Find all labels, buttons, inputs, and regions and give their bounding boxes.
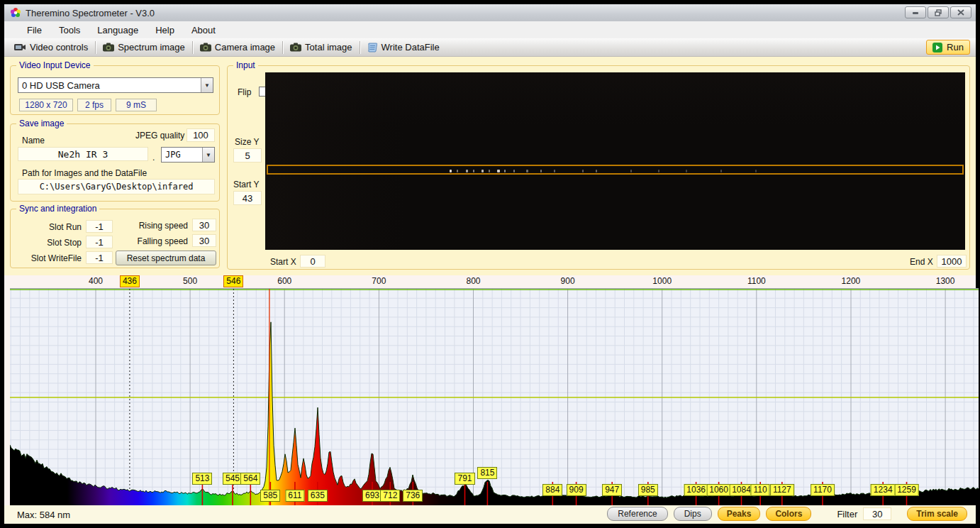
peak-label: 1234 <box>871 484 896 496</box>
toolbar-write-datafile-label: Write DataFile <box>382 42 440 53</box>
video-device-select[interactable]: 0 HD USB Camera ▼ <box>18 77 213 93</box>
status-bar: Max: 584 nm Reference Dips Peaks Colors … <box>4 505 976 524</box>
menu-language[interactable]: Language <box>89 23 147 38</box>
spectrum-plot[interactable]: 5135455645856116356937127367918158849099… <box>10 288 979 505</box>
slot-writefile-field[interactable]: -1 <box>86 251 113 264</box>
spectral-line-dot <box>497 170 500 172</box>
spectral-line-dot <box>504 170 506 172</box>
axis-tick-label: 800 <box>466 276 480 286</box>
start-x-label: Start X <box>270 257 296 267</box>
chevron-down-icon[interactable]: ▼ <box>201 78 213 92</box>
filter-field[interactable]: 30 <box>863 507 891 520</box>
save-image-title: Save image <box>16 119 67 128</box>
slot-writefile-label: Slot WriteFile <box>21 253 82 263</box>
toolbar-video-controls-label: Video controls <box>30 42 88 53</box>
format-select[interactable]: JPG ▼ <box>161 147 215 163</box>
path-label: Path for Images and the DataFile <box>22 168 147 178</box>
toolbar-video-controls[interactable]: Video controls <box>9 40 94 54</box>
max-wavelength-readout: Max: 584 nm <box>17 510 70 520</box>
run-button[interactable]: Run <box>926 40 970 55</box>
spectral-line-dot <box>481 170 484 172</box>
path-field[interactable]: C:\Users\GaryG\Desktop\infared <box>18 179 215 194</box>
axis-tick-label: 400 <box>89 276 103 286</box>
spectral-line-dot <box>526 170 528 172</box>
toolbar-write-datafile[interactable]: Write DataFile <box>362 40 445 54</box>
peak-label: 585 <box>260 490 280 502</box>
format-value: JPG <box>162 150 202 160</box>
size-y-field[interactable]: 5 <box>233 148 262 163</box>
slot-stop-field[interactable]: -1 <box>86 236 113 248</box>
menu-about[interactable]: About <box>183 23 224 38</box>
reset-spectrum-button[interactable]: Reset spectrum data <box>116 251 216 265</box>
camera-preview[interactable] <box>265 72 965 250</box>
flip-label: Flip <box>238 87 251 97</box>
calibration-marker-label[interactable]: 436 <box>120 275 140 287</box>
spectral-line-dot <box>596 170 597 172</box>
restore-icon <box>935 9 942 16</box>
menu-tools[interactable]: Tools <box>50 23 89 38</box>
minimize-button[interactable] <box>905 6 926 18</box>
peak-label: 947 <box>602 484 622 496</box>
sync-group: Sync and integration Slot Run -1 Slot St… <box>10 209 220 268</box>
spectral-line-dot <box>489 170 490 172</box>
peak-label: 611 <box>285 490 304 502</box>
chevron-down-icon[interactable]: ▼ <box>202 148 214 162</box>
peak-label: 985 <box>638 484 658 496</box>
run-button-label: Run <box>947 42 964 53</box>
colors-button[interactable]: Colors <box>766 507 811 521</box>
calibration-marker-label[interactable]: 546 <box>223 275 243 287</box>
dips-button[interactable]: Dips <box>674 507 712 521</box>
rising-speed-field[interactable]: 30 <box>192 219 216 231</box>
trim-scale-button[interactable]: Trim scale <box>907 507 967 521</box>
camera-icon <box>103 43 114 52</box>
jpeg-quality-field[interactable]: 100 <box>186 128 215 142</box>
toolbar-spectrum-image[interactable]: Spectrum image <box>97 40 191 54</box>
exposure-badge: 9 mS <box>116 99 157 111</box>
reference-button[interactable]: Reference <box>607 507 667 521</box>
axis-tick-label: 1000 <box>652 276 672 286</box>
start-x-field[interactable]: 0 <box>300 255 325 268</box>
peak-label: 791 <box>455 473 474 485</box>
menu-file[interactable]: File <box>18 23 50 38</box>
video-input-group: Video Input Device 0 HD USB Camera ▼ 128… <box>10 65 220 115</box>
falling-speed-label: Falling speed <box>123 236 188 246</box>
name-field[interactable]: Ne2h IR 3 <box>18 147 148 161</box>
peaks-button[interactable]: Peaks <box>718 507 761 521</box>
axis-tick-label: 900 <box>561 276 575 286</box>
save-image-group: Save image JPEG quality 100 Name Ne2h IR… <box>10 123 220 202</box>
peak-label: 1259 <box>894 484 919 496</box>
spectrum-chart: 4005006007008009001000110012001300436546… <box>4 275 976 505</box>
close-icon <box>957 9 964 16</box>
spectral-line-dot <box>686 170 687 172</box>
app-window: Theremino Spectrometer - V3.0 File Tools… <box>4 4 976 524</box>
title-bar[interactable]: Theremino Spectrometer - V3.0 <box>4 4 976 21</box>
name-format-dot: . <box>152 153 155 163</box>
close-button[interactable] <box>950 6 971 18</box>
peak-label: 712 <box>380 490 400 502</box>
spectral-line-dot <box>540 170 542 172</box>
sync-title: Sync and integration <box>16 204 99 214</box>
start-y-field[interactable]: 43 <box>233 191 262 205</box>
video-input-title: Video Input Device <box>16 60 94 70</box>
peak-label: 545 <box>223 473 243 485</box>
toolbar-total-image[interactable]: Total image <box>284 40 357 54</box>
toolbar-camera-image-label: Camera image <box>215 42 275 53</box>
peak-label: 564 <box>240 473 260 485</box>
toolbar-camera-image[interactable]: Camera image <box>194 40 281 54</box>
end-x-field[interactable]: 1000 <box>937 255 967 268</box>
end-x-label: End X <box>910 257 933 267</box>
falling-speed-field[interactable]: 30 <box>192 234 216 247</box>
peak-label: 513 <box>192 473 212 485</box>
toolbar-total-image-label: Total image <box>305 42 352 53</box>
toolbar-spectrum-image-label: Spectrum image <box>118 42 185 53</box>
toolbar-separator <box>360 41 360 54</box>
slot-run-field[interactable]: -1 <box>86 220 113 233</box>
selection-rectangle[interactable] <box>267 165 964 175</box>
menu-bar: File Tools Language Help About <box>4 21 976 38</box>
menu-help[interactable]: Help <box>147 23 183 38</box>
toolbar: Video controls Spectrum image Camera ima… <box>4 38 976 57</box>
spectral-line-dot <box>450 170 452 172</box>
size-y-label: Size Y <box>235 137 259 147</box>
restore-button[interactable] <box>928 6 949 18</box>
resolution-badge: 1280 x 720 <box>19 99 73 111</box>
